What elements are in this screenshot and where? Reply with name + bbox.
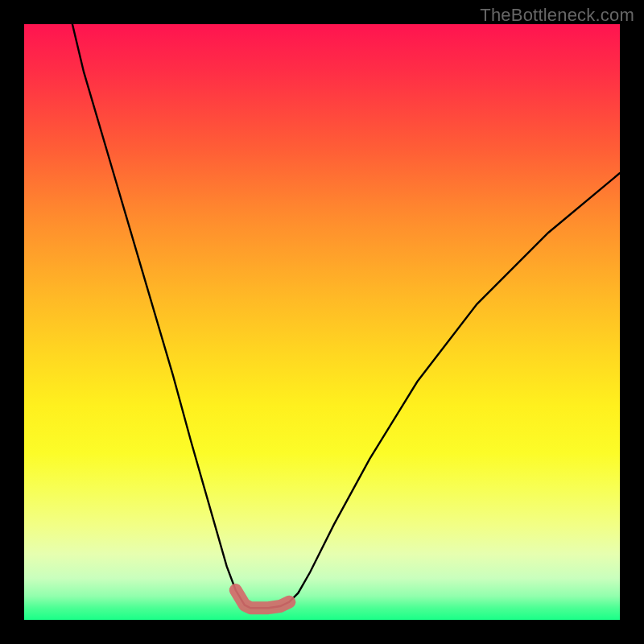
attribution-text: TheBottleneck.com	[480, 5, 634, 26]
curve-layer	[24, 24, 620, 620]
main-curve-path	[72, 24, 620, 608]
chart-frame: TheBottleneck.com	[0, 0, 644, 644]
plot-area	[24, 24, 620, 620]
highlight-band-path	[236, 590, 290, 608]
